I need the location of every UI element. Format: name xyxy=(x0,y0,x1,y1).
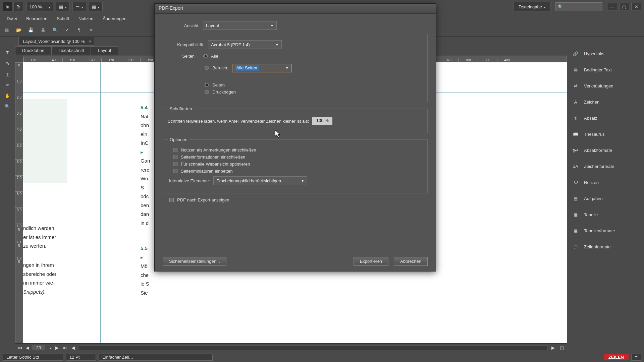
spreads-option-radio[interactable] xyxy=(205,90,209,94)
horizontal-scrollbar[interactable] xyxy=(79,346,547,350)
status-menu-icon[interactable]: ≡ xyxy=(631,354,641,361)
new-icon[interactable]: ▤ xyxy=(3,26,11,34)
type-tool-icon[interactable]: T xyxy=(2,48,12,58)
view-tab-textabschnitt[interactable]: Textabschnitt xyxy=(51,46,91,55)
fonts-legend: Schriftarten xyxy=(168,106,194,111)
pages-option-radio[interactable] xyxy=(205,83,209,87)
minimize-button[interactable]: — xyxy=(607,3,617,10)
view-tab-druckfahne[interactable]: Druckfahne xyxy=(15,46,51,55)
paragraph-styles-icon: ¶↵ xyxy=(572,147,579,153)
maximize-button[interactable]: ▢ xyxy=(619,3,629,10)
page-dropdown-icon[interactable] xyxy=(47,345,53,350)
font-family-dropdown[interactable]: Letter Gothic Std xyxy=(3,354,63,361)
overset-indicator[interactable]: ZEILEN xyxy=(604,354,629,360)
status-bar: Letter Gothic Std 12 Pt Einfacher Zeil… … xyxy=(0,352,644,362)
dialog-title: PDF-Export xyxy=(155,4,436,14)
opt-fastweb-checkbox[interactable] xyxy=(173,162,177,166)
next-page-icon[interactable]: ▶ xyxy=(54,345,60,350)
panel-verknuepfungen[interactable]: ⇄Verknüpfungen xyxy=(567,78,644,94)
panel-tabellenformate[interactable]: ▦Tabellenformate xyxy=(567,223,644,239)
position-tool-icon[interactable]: ◫ xyxy=(2,69,12,79)
range-label: Bereich: xyxy=(212,65,228,70)
menu-datei[interactable]: Datei xyxy=(3,15,21,22)
last-page-icon[interactable]: ⏭ xyxy=(61,345,67,350)
table-styles-icon: ▦ xyxy=(572,228,579,234)
first-page-icon[interactable]: ⏮ xyxy=(17,345,23,350)
open-icon[interactable]: 📂 xyxy=(15,26,23,34)
scroll-left-icon[interactable]: ◀ xyxy=(70,345,76,350)
interactive-dropdown[interactable]: Erscheinungsbild berücksichtigen▼ xyxy=(213,176,307,185)
panel-notizen[interactable]: 🗨Notizen xyxy=(567,174,644,190)
close-tab-icon[interactable]: × xyxy=(89,39,92,44)
panel-tabelle[interactable]: ▦Tabelle xyxy=(567,206,644,223)
compat-dropdown[interactable]: Acrobat 5 (PDF 1.4)▼ xyxy=(208,40,282,49)
range-dropdown[interactable]: Alle Seiten▼ xyxy=(232,64,292,72)
view-tab-layout[interactable]: Layout xyxy=(91,46,118,55)
save-icon[interactable]: 💾 xyxy=(27,26,35,34)
panel-absatz[interactable]: ¶Absatz xyxy=(567,110,644,126)
pages-range-radio[interactable] xyxy=(205,66,209,70)
spreads-option-label: Druckbögen xyxy=(212,89,236,95)
cancel-button[interactable]: Abbrechen xyxy=(394,257,428,266)
eyedropper-tool-icon[interactable]: ✑ xyxy=(2,80,12,90)
fonts-percent-input[interactable]: 100 % xyxy=(312,117,332,125)
opt-thumbs-checkbox[interactable] xyxy=(173,169,177,173)
opt-thumbs-label: Seitenminiaturen einbetten xyxy=(181,169,233,174)
view-dropdown[interactable]: Layout▼ xyxy=(203,21,277,30)
panel-absatzformate[interactable]: ¶↵Absatzformate xyxy=(567,142,644,158)
general-group: Kompatibilität: Acrobat 5 (PDF 1.4)▼ Sei… xyxy=(163,34,428,102)
opt-notes-checkbox[interactable] xyxy=(173,148,177,152)
zoom-dropdown[interactable]: 100 % xyxy=(26,2,53,11)
security-button[interactable]: Sicherheitseinstellungen... xyxy=(163,257,226,266)
table-icon: ▦ xyxy=(572,212,579,218)
interactive-label: Interaktive Elemente: xyxy=(169,178,210,183)
view-label: Ansicht: xyxy=(163,23,200,28)
workspace-name: Texteingabe xyxy=(519,4,542,9)
view-after-checkbox[interactable] xyxy=(169,198,174,202)
panel-zeichenformate[interactable]: aAZeichenformate xyxy=(567,158,644,174)
panel-zeichen[interactable]: AZeichen xyxy=(567,94,644,110)
close-button[interactable]: ✕ xyxy=(631,3,641,10)
document-tab[interactable]: Layout_Workflow.indd @ 100 % × xyxy=(18,37,94,46)
panel-aufgaben[interactable]: ▤Aufgaben xyxy=(567,190,644,206)
menu-bearbeiten[interactable]: Bearbeiten xyxy=(22,15,51,22)
menu-notizen[interactable]: Notizen xyxy=(74,15,97,22)
document-tab-label: Layout_Workflow.indd @ 100 % xyxy=(23,39,85,44)
search-field[interactable]: 🔍 xyxy=(555,2,602,11)
panel-thesaurus[interactable]: 📖Thesaurus xyxy=(567,126,644,142)
chevron-down-icon: ▼ xyxy=(301,179,304,183)
prev-page-icon[interactable]: ◀ xyxy=(24,345,31,350)
screen-mode-button[interactable]: ▭ xyxy=(72,2,86,11)
split-view-icon[interactable]: ◫ xyxy=(559,345,565,350)
vertical-ruler: 0 1 0 2 0 3 0 4 0 5 0 6 0 7 0 8 0 9 0 1 … xyxy=(15,62,23,343)
hand-tool-icon[interactable]: ✋ xyxy=(2,90,12,101)
panel-dock: 🔗Hyperlinks ▤Bedingter Text ⇄Verknüpfung… xyxy=(567,37,644,352)
menu-aenderungen[interactable]: Änderungen xyxy=(99,15,130,22)
panel-zellenformate[interactable]: ▢Zellenformate xyxy=(567,239,644,255)
zoom-tool-icon[interactable]: 🔍 xyxy=(2,101,12,111)
pages-all-radio[interactable] xyxy=(203,54,208,58)
page-number-field[interactable]: 23 xyxy=(32,345,45,350)
pages-all-label: Alle xyxy=(211,54,218,59)
workspace-switcher[interactable]: Texteingabe xyxy=(514,2,551,11)
font-size-dropdown[interactable]: 12 Pt xyxy=(66,354,96,361)
menu-icon[interactable]: ≡ xyxy=(87,26,95,34)
find-icon[interactable]: 🔍 xyxy=(51,26,59,34)
bridge-button[interactable]: Br xyxy=(13,2,24,11)
menu-schrift[interactable]: Schrift xyxy=(53,15,73,22)
panel-hyperlinks[interactable]: 🔗Hyperlinks xyxy=(567,46,644,62)
note-tool-icon[interactable]: ✎ xyxy=(2,58,12,68)
hyperlinks-icon: 🔗 xyxy=(572,51,579,57)
arrange-button[interactable]: ▦ xyxy=(89,2,103,11)
print-icon[interactable]: 🖶 xyxy=(39,26,47,34)
panel-bedingter-text[interactable]: ▤Bedingter Text xyxy=(567,62,644,78)
pilcrow-icon[interactable]: ¶ xyxy=(75,26,83,34)
vertical-guide xyxy=(100,62,101,343)
opt-pageinfo-checkbox[interactable] xyxy=(173,155,177,159)
spellcheck-icon[interactable]: ✓ xyxy=(63,26,71,34)
view-options-button[interactable]: ▦ xyxy=(56,2,70,11)
app-logo: Ic xyxy=(3,2,12,11)
export-button[interactable]: Exportieren xyxy=(354,257,388,266)
scroll-right-icon[interactable]: ▶ xyxy=(550,345,556,350)
paragraph-style-dropdown[interactable]: Einfacher Zeil… xyxy=(99,354,213,361)
